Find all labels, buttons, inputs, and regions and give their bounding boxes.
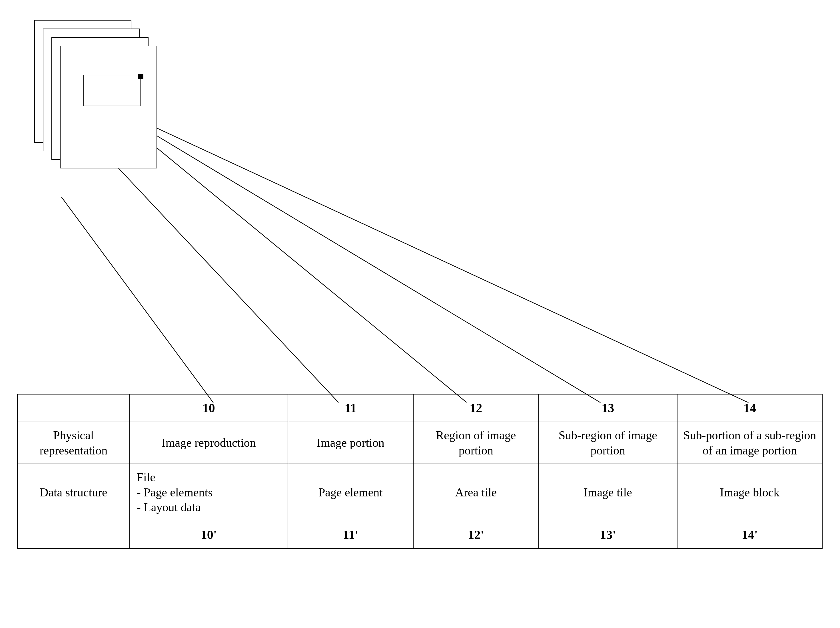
row1-col12: Region of image portion xyxy=(413,422,539,464)
svg-line-0 xyxy=(62,197,214,403)
table-row-3: 10' 11' 12' 13' 14' xyxy=(17,521,822,549)
svg-line-4 xyxy=(130,116,751,403)
row2-col10: File- Page elements- Layout data xyxy=(129,464,288,521)
svg-line-3 xyxy=(127,118,603,403)
row3-col14: 14' xyxy=(677,521,822,549)
row2-col11: Page element xyxy=(288,464,413,521)
header-col14: 14 xyxy=(677,394,822,422)
table-header-row: 10 11 12 13 14 xyxy=(17,394,822,422)
row1-col13: Sub-region of image portion xyxy=(539,422,677,464)
table-row-2: Data structure File- Page elements- Layo… xyxy=(17,464,822,521)
header-col0 xyxy=(17,394,129,422)
row3-col10: 10' xyxy=(129,521,288,549)
row2-label: Data structure xyxy=(17,464,129,521)
diagram-area xyxy=(17,9,817,323)
page-dot xyxy=(138,74,144,79)
table-wrapper: 10 11 12 13 14 Physical representation I… xyxy=(17,394,823,549)
row3-col13: 13' xyxy=(539,521,677,549)
row1-col10: Image reproduction xyxy=(129,422,288,464)
row2-col12: Area tile xyxy=(413,464,539,521)
row1-col11: Image portion xyxy=(288,422,413,464)
svg-line-1 xyxy=(100,148,340,403)
header-col10: 10 xyxy=(129,394,288,422)
header-col12: 12 xyxy=(413,394,539,422)
row1-label: Physical representation xyxy=(17,422,129,464)
svg-line-2 xyxy=(123,120,468,403)
row3-col0 xyxy=(17,521,129,549)
table-row-1: Physical representation Image reproducti… xyxy=(17,422,822,464)
page-front xyxy=(60,46,157,168)
row2-col14: Image block xyxy=(677,464,822,521)
row1-col14: Sub-portion of a sub-region of an image … xyxy=(677,422,822,464)
header-col11: 11 xyxy=(288,394,413,422)
row2-col13: Image tile xyxy=(539,464,677,521)
header-col13: 13 xyxy=(539,394,677,422)
main-table: 10 11 12 13 14 Physical representation I… xyxy=(17,394,823,549)
page-inset xyxy=(84,75,141,106)
row3-col11: 11' xyxy=(288,521,413,549)
row3-col12: 12' xyxy=(413,521,539,549)
